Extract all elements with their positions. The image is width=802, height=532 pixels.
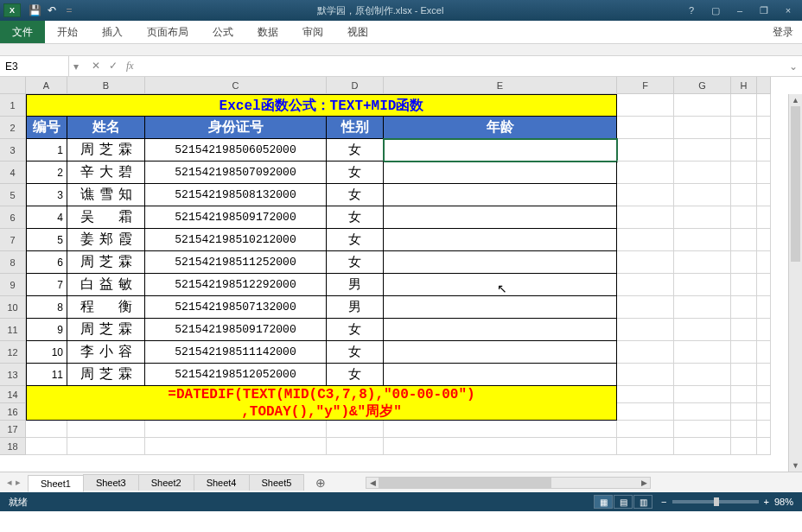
sheet-tab[interactable]: Sheet4 — [194, 474, 250, 491]
scroll-thumb[interactable] — [791, 106, 800, 262]
cell-age[interactable] — [384, 206, 617, 229]
cell-gender[interactable]: 女 — [327, 364, 384, 386]
col-header[interactable]: B — [67, 77, 145, 94]
header-cardno[interactable]: 身份证号 — [145, 117, 327, 139]
col-header[interactable]: E — [384, 77, 617, 94]
sheet-tab[interactable]: Sheet3 — [83, 474, 139, 491]
save-button[interactable]: 💾 — [28, 3, 41, 17]
scroll-down-icon[interactable]: ▼ — [789, 459, 802, 472]
cell-age[interactable] — [384, 229, 617, 251]
cell-age[interactable] — [384, 162, 617, 184]
redo-button[interactable]: = — [62, 3, 76, 17]
cell-id[interactable]: 2 — [26, 162, 67, 184]
col-header[interactable]: G — [674, 77, 731, 94]
cell-id[interactable]: 6 — [26, 251, 67, 274]
cell-name[interactable]: 程 衡 — [67, 296, 145, 319]
header-name[interactable]: 姓名 — [67, 117, 145, 139]
col-header[interactable]: C — [145, 77, 327, 94]
cell-name[interactable]: 李小容 — [67, 341, 145, 364]
scroll-up-icon[interactable]: ▲ — [789, 94, 802, 106]
col-header[interactable]: A — [26, 77, 67, 94]
cell-gender[interactable]: 女 — [327, 229, 384, 251]
header-age[interactable]: 年龄 — [384, 117, 617, 139]
cell-age[interactable] — [384, 296, 617, 319]
formula-bar-expand[interactable]: ⌄ — [785, 60, 802, 73]
cell-gender[interactable]: 女 — [327, 162, 384, 184]
cell-id[interactable]: 7 — [26, 274, 67, 296]
title-cell[interactable]: Excel函数公式：TEXT+MID函数 — [26, 94, 617, 117]
tab-data[interactable]: 数据 — [245, 21, 290, 43]
view-layout-button[interactable]: ▤ — [614, 495, 633, 509]
cell-age[interactable] — [384, 139, 617, 162]
cell-name[interactable]: 吴 霜 — [67, 206, 145, 229]
row-header[interactable]: 10 — [0, 296, 26, 319]
worksheet-grid[interactable]: A B C D E F G H 1 Excel函数公式：TEXT+MID函数 2… — [0, 77, 802, 472]
row-header[interactable]: 17 — [0, 421, 26, 438]
select-all-corner[interactable] — [0, 77, 26, 94]
tab-file[interactable]: 文件 — [0, 21, 45, 43]
formula-cell[interactable]: =DATEDIF(TEXT(MID(C3,7,8),"00-00-00") — [26, 386, 617, 403]
cell-cardno[interactable]: 521542198509172000 — [145, 319, 327, 341]
col-header[interactable]: H — [731, 77, 757, 94]
cell-age[interactable] — [384, 364, 617, 386]
row-header[interactable]: 3 — [0, 139, 26, 162]
cell-gender[interactable]: 女 — [327, 319, 384, 341]
cell-age[interactable] — [384, 274, 617, 296]
row-header[interactable]: 16 — [0, 403, 26, 421]
row-header[interactable]: 4 — [0, 162, 26, 184]
row-header[interactable]: 2 — [0, 117, 26, 139]
add-sheet-button[interactable]: ⊕ — [310, 476, 331, 490]
horizontal-scrollbar[interactable]: ◀ ▶ — [366, 477, 651, 489]
help-button[interactable]: ? — [684, 3, 698, 17]
col-header[interactable]: D — [327, 77, 384, 94]
cell-name[interactable]: 周芝霖 — [67, 319, 145, 341]
view-pagebreak-button[interactable]: ▥ — [633, 495, 652, 509]
cell-name[interactable]: 辛大碧 — [67, 162, 145, 184]
zoom-thumb[interactable] — [714, 497, 719, 506]
sheet-tab[interactable]: Sheet2 — [138, 474, 194, 491]
tab-formulas[interactable]: 公式 — [200, 21, 245, 43]
cell-id[interactable]: 8 — [26, 296, 67, 319]
tab-insert[interactable]: 插入 — [90, 21, 135, 43]
view-normal-button[interactable]: ▦ — [594, 495, 613, 509]
row-header[interactable]: 14 — [0, 386, 26, 403]
row-header[interactable]: 12 — [0, 341, 26, 364]
cell-id[interactable]: 11 — [26, 364, 67, 386]
undo-button[interactable]: ↶ — [45, 3, 59, 17]
cell-name[interactable]: 谯雪知 — [67, 184, 145, 206]
minimize-button[interactable]: – — [733, 3, 747, 17]
cell-id[interactable]: 4 — [26, 206, 67, 229]
cell-gender[interactable]: 男 — [327, 296, 384, 319]
tab-layout[interactable]: 页面布局 — [135, 21, 200, 43]
vertical-scrollbar[interactable]: ▲ ▼ — [788, 94, 802, 472]
fx-icon[interactable]: fx — [126, 60, 134, 73]
cell-gender[interactable]: 女 — [327, 139, 384, 162]
zoom-out-button[interactable]: − — [661, 497, 666, 507]
cell-gender[interactable]: 女 — [327, 251, 384, 274]
cell-gender[interactable]: 女 — [327, 206, 384, 229]
cell-id[interactable]: 1 — [26, 139, 67, 162]
header-id[interactable]: 编号 — [26, 117, 67, 139]
tab-home[interactable]: 开始 — [45, 21, 90, 43]
zoom-in-button[interactable]: + — [764, 497, 769, 507]
cell-id[interactable]: 3 — [26, 184, 67, 206]
row-header[interactable]: 11 — [0, 319, 26, 341]
sheet-nav-first-icon[interactable]: ◂ — [7, 477, 12, 488]
row-header[interactable]: 8 — [0, 251, 26, 274]
cell-id[interactable]: 9 — [26, 319, 67, 341]
row-header[interactable]: 1 — [0, 94, 26, 117]
ribbon-options-button[interactable]: ▢ — [709, 3, 722, 17]
row-header[interactable]: 6 — [0, 206, 26, 229]
cell-name[interactable]: 周芝霖 — [67, 364, 145, 386]
cell-name[interactable]: 姜郑霞 — [67, 229, 145, 251]
cell-cardno[interactable]: 521542198509172000 — [145, 206, 327, 229]
cell-cardno[interactable]: 521542198507132000 — [145, 296, 327, 319]
cell-cardno[interactable]: 521542198511252000 — [145, 251, 327, 274]
cell-cardno[interactable]: 521542198512052000 — [145, 364, 327, 386]
tab-view[interactable]: 视图 — [335, 21, 380, 43]
cell-gender[interactable]: 女 — [327, 184, 384, 206]
cell-age[interactable] — [384, 184, 617, 206]
cell-id[interactable]: 5 — [26, 229, 67, 251]
sheet-tab[interactable]: Sheet1 — [28, 475, 84, 492]
cell-cardno[interactable]: 521542198506052000 — [145, 139, 327, 162]
